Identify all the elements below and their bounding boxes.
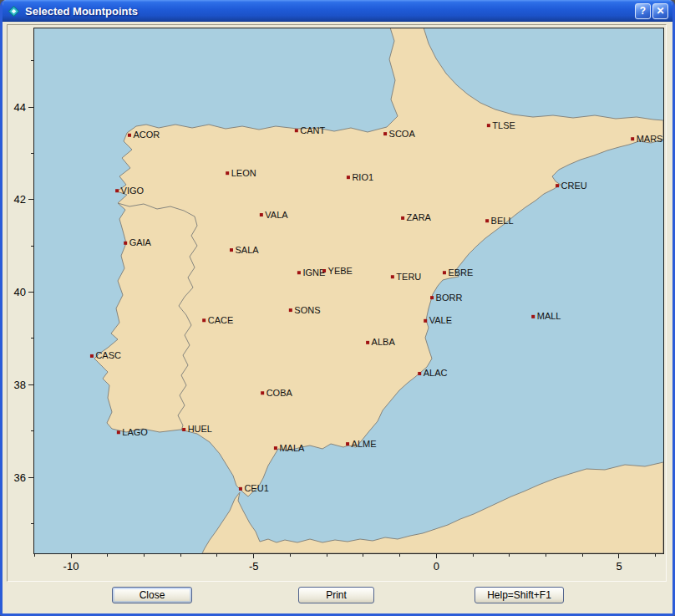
y-tick-label: 42 [14,193,26,206]
station-marker-SONS [289,308,292,312]
close-button[interactable]: Close [112,587,192,603]
station-label-RIO1: RIO1 [352,172,373,182]
station-marker-ALBA [366,341,369,344]
window-title: Selected Mountpoints [25,5,635,18]
station-label-CEU1: CEU1 [244,483,268,493]
station-marker-VIGO [115,189,119,192]
close-window-button[interactable]: ✕ [652,3,668,19]
station-marker-CACE [202,318,206,322]
x-tick-label: -10 [63,560,79,573]
station-label-SALA: SALA [235,245,259,255]
station-label-VALA: VALA [265,210,288,220]
app-icon [7,4,21,18]
station-label-MALA: MALA [279,443,305,453]
title-bar[interactable]: Selected Mountpoints ? ✕ [3,0,672,22]
y-tick-label: 38 [14,379,26,391]
print-button[interactable]: Print [298,587,374,603]
station-marker-ZARA [401,216,404,220]
station-label-HUEL: HUEL [188,424,212,434]
station-marker-GAIA [124,242,127,245]
titlebar-buttons: ? ✕ [635,3,668,19]
selected-mountpoints-window: Selected Mountpoints ? ✕ [0,0,675,616]
station-marker-VALE [424,319,427,323]
dialog-body: ACORCANTSCOATLSEMARSLEONRIO1CREUVIGOVALA… [3,22,672,613]
station-label-YEBE: YEBE [328,266,353,276]
station-marker-SCOA [383,132,387,135]
station-label-ZARA: ZARA [407,212,432,222]
station-marker-MARS [631,137,634,140]
station-label-LEON: LEON [231,168,256,178]
station-marker-IGNE [297,271,301,274]
station-marker-LEON [226,171,229,175]
station-marker-ACOR [128,134,131,137]
map-widget: ACORCANTSCOATLSEMARSLEONRIO1CREUVIGOVALA… [7,24,667,582]
station-marker-SALA [230,248,233,252]
station-label-CREU: CREU [561,181,587,191]
station-label-BELL: BELL [491,216,514,226]
y-tick-label: 44 [14,101,26,114]
station-marker-COBA [261,391,264,395]
station-marker-MALL [531,315,535,318]
x-tick-label: -5 [249,560,259,573]
station-label-TERU: TERU [396,272,421,282]
help-shortcut-button[interactable]: Help=Shift+F1 [475,587,564,603]
station-marker-VALA [260,213,263,216]
station-label-VALE: VALE [429,315,452,325]
x-tick-label: 5 [616,560,622,573]
station-marker-TLSE [487,124,490,127]
station-label-COBA: COBA [266,388,293,398]
station-marker-BORR [430,296,434,299]
station-label-CANT: CANT [300,125,325,135]
station-label-VIGO: VIGO [121,186,145,196]
station-marker-CASC [90,354,94,358]
x-tick-label: 0 [434,560,439,573]
station-marker-TERU [391,275,394,278]
station-label-MALL: MALL [537,311,561,321]
station-marker-BELL [485,219,489,222]
station-label-TLSE: TLSE [492,120,515,130]
y-tick-label: 36 [14,471,26,484]
station-marker-EBRE [443,271,446,274]
station-marker-CANT [295,129,298,132]
station-marker-HUEL [182,428,185,431]
station-label-LAGO: LAGO [122,427,148,437]
map-canvas: ACORCANTSCOATLSEMARSLEONRIO1CREUVIGOVALA… [8,25,666,581]
station-marker-MALA [274,446,277,450]
station-marker-RIO1 [347,176,350,179]
station-label-ALBA: ALBA [372,337,396,347]
station-label-CASC: CASC [95,350,121,360]
station-label-SCOA: SCOA [389,129,416,139]
station-label-GAIA: GAIA [129,237,152,247]
station-label-EBRE: EBRE [448,267,473,277]
station-label-IGNE: IGNE [302,267,325,277]
station-label-SONS: SONS [294,305,320,315]
station-label-BORR: BORR [436,293,463,303]
station-marker-CREU [556,184,559,187]
station-marker-CEU1 [239,487,242,491]
station-marker-ALME [346,442,349,445]
station-label-ALME: ALME [352,439,377,449]
station-marker-ALAC [418,372,421,375]
help-titlebar-button[interactable]: ? [635,3,651,19]
station-label-ALAC: ALAC [424,368,448,378]
station-label-ACOR: ACOR [133,130,160,140]
y-tick-label: 40 [14,286,26,298]
station-label-MARS: MARS [637,134,663,144]
station-marker-LAGO [117,430,120,434]
station-marker-YEBE [322,269,326,272]
station-label-CACE: CACE [208,315,234,325]
